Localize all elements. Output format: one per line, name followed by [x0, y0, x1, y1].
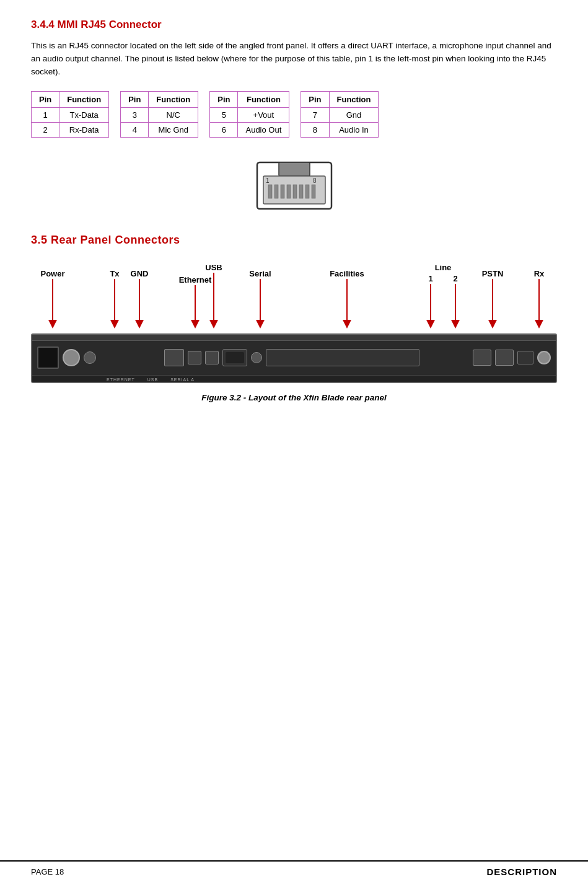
pin-table-2-header-pin: Pin — [121, 91, 149, 107]
panel-label-strip: ETHERNET USB SERIAL A — [32, 375, 556, 383]
pin-table-2-header-function: Function — [149, 91, 198, 107]
gnd-label: GND — [131, 269, 149, 278]
svg-rect-6 — [287, 185, 291, 198]
bnc-connector — [63, 349, 80, 366]
line-2-arrow — [451, 320, 460, 329]
facilities-arrow — [343, 320, 351, 329]
usb-connector-2 — [205, 351, 219, 364]
gnd-arrow — [135, 320, 144, 329]
pin-6-function: Audio Out — [238, 122, 289, 137]
pin-4-number: 4 — [121, 122, 149, 137]
labels-svg: Power Tx GND USB Ethernet Serial — [31, 265, 557, 333]
usb-label: USB — [205, 265, 222, 272]
svg-rect-7 — [293, 185, 297, 198]
pstn-label: PSTN — [482, 269, 504, 278]
svg-rect-4 — [274, 185, 278, 198]
usb-connector-1 — [188, 351, 201, 364]
page-number: PAGE 18 — [31, 867, 64, 876]
ethernet-arrow — [191, 320, 200, 329]
serial-label: Serial — [249, 269, 271, 278]
table-row: 3 N/C — [121, 107, 198, 122]
pin-table-2: Pin Function 3 N/C 4 Mic Gnd — [120, 91, 198, 138]
pin-1-function: Tx-Data — [59, 107, 109, 122]
ethernet-connector — [164, 349, 184, 366]
pin-8-number: 8 — [301, 122, 329, 137]
pin-2-number: 2 — [32, 122, 59, 137]
line-1-label: 1 — [428, 274, 432, 283]
line-connector-2 — [495, 350, 514, 366]
svg-text:8: 8 — [313, 177, 317, 184]
pin-table-1: Pin Function 1 Tx-Data 2 Rx-Data — [31, 91, 109, 138]
rear-panel-diagram: Power Tx GND USB Ethernet Serial — [31, 265, 557, 402]
pin-5-function: +Vout — [238, 107, 289, 122]
section-35-title-text: 3.5 Rear Panel Connectors — [31, 234, 180, 246]
pin-5-number: 5 — [210, 107, 238, 122]
pin-table-3: Pin Function 5 +Vout 6 Audio Out — [209, 91, 289, 138]
pin-1-number: 1 — [32, 107, 59, 122]
panel-top-strip — [32, 335, 556, 341]
ethernet-label: Ethernet — [179, 275, 212, 284]
pin-7-number: 7 — [301, 107, 329, 122]
pstn-arrow — [488, 320, 497, 329]
section-344-body: This is an RJ45 connector located on the… — [31, 40, 557, 79]
pin-3-function: N/C — [149, 107, 198, 122]
rj45-svg: 1 8 — [251, 156, 338, 215]
pin-6-number: 6 — [210, 122, 238, 137]
table-row: 5 +Vout — [210, 107, 289, 122]
pin-table-1-header-pin: Pin — [32, 91, 59, 107]
svg-rect-1 — [279, 162, 310, 176]
line-label: Line — [435, 265, 452, 272]
power-label: Power — [40, 269, 64, 278]
small-round-connector — [251, 352, 262, 363]
facilities-connector — [266, 349, 419, 366]
pstn-connector — [517, 351, 533, 364]
table-row: 7 Gnd — [301, 107, 379, 122]
rear-panel-body: ETHERNET USB SERIAL A — [31, 333, 557, 383]
svg-rect-5 — [281, 185, 284, 198]
facilities-label: Facilities — [330, 269, 364, 278]
power-arrow — [48, 320, 57, 329]
rx-arrow — [535, 320, 543, 329]
rj45-connector-image: 1 8 — [31, 156, 557, 215]
db9-inner — [226, 352, 244, 363]
page-footer: PAGE 18 DESCRIPTION — [0, 860, 588, 882]
rx-label: Rx — [534, 269, 545, 278]
panel-components — [32, 341, 556, 375]
panel-serial-text: SERIAL A — [170, 377, 195, 382]
svg-rect-9 — [305, 185, 309, 198]
serial-connector — [222, 349, 247, 366]
tx-arrow — [110, 320, 119, 329]
serial-arrow — [256, 320, 265, 329]
pin-2-function: Rx-Data — [59, 122, 109, 137]
pin-7-function: Gnd — [329, 107, 379, 122]
svg-text:1: 1 — [266, 177, 270, 184]
table-row: 8 Audio In — [301, 122, 379, 137]
svg-rect-10 — [312, 185, 315, 198]
table-row: 4 Mic Gnd — [121, 122, 198, 137]
rx-connector — [537, 351, 551, 364]
pin-3-number: 3 — [121, 107, 149, 122]
section-344-title: 3.4.4 MMI RJ45 Connector — [31, 19, 557, 31]
pin-8-function: Audio In — [329, 122, 379, 137]
panel-usb-text: USB — [147, 377, 158, 382]
line-2-label: 2 — [453, 274, 457, 283]
tx-label: Tx — [110, 269, 120, 278]
figure-caption: Figure 3.2 - Layout of the Xfin Blade re… — [31, 393, 557, 402]
pin-table-4-header-function: Function — [329, 91, 379, 107]
footer-section-label: DESCRIPTION — [486, 867, 557, 877]
table-row: 1 Tx-Data — [32, 107, 109, 122]
pin-table-3-header-function: Function — [238, 91, 289, 107]
power-connector — [37, 346, 59, 369]
table-row: 6 Audio Out — [210, 122, 289, 137]
svg-rect-3 — [268, 185, 272, 198]
line-1-arrow — [426, 320, 435, 329]
pin-table-1-header-function: Function — [59, 91, 109, 107]
pin-table-4: Pin Function 7 Gnd 8 Audio In — [301, 91, 379, 138]
section-35-title: 3.5 Rear Panel Connectors — [31, 234, 557, 247]
pin-table-3-header-pin: Pin — [210, 91, 238, 107]
svg-rect-8 — [299, 185, 303, 198]
pin-table-4-header-pin: Pin — [301, 91, 329, 107]
pin-4-function: Mic Gnd — [149, 122, 198, 137]
usb-arrow — [209, 320, 218, 329]
panel-ethernet-text: ETHERNET — [107, 377, 135, 382]
